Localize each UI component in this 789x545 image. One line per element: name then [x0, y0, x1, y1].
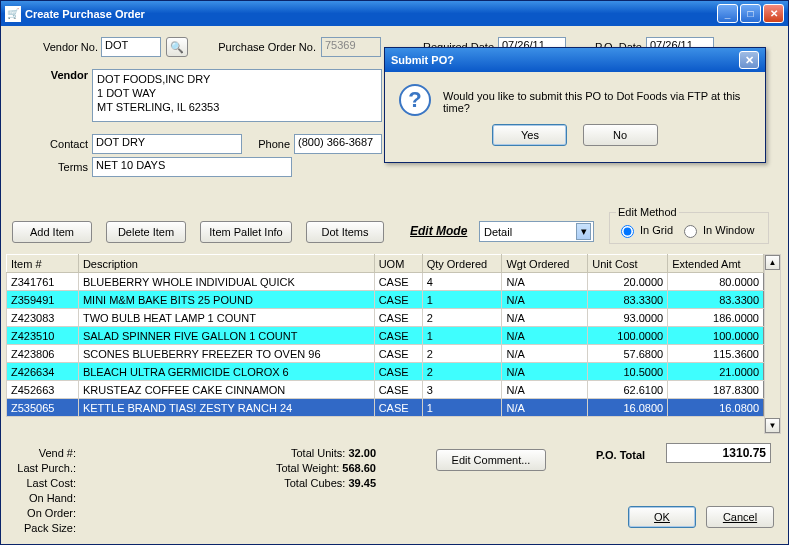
grid-cell[interactable]: KETTLE BRAND TIAS! ZESTY RANCH 24 [78, 399, 374, 417]
grid-cell[interactable]: Z452663 [7, 381, 79, 399]
radio-in-window[interactable] [684, 225, 697, 238]
grid-cell[interactable]: CASE [374, 309, 422, 327]
table-row[interactable]: Z426634BLEACH ULTRA GERMICIDE CLOROX 6CA… [7, 363, 764, 381]
table-row[interactable]: Z535065KETTLE BRAND TIAS! ZESTY RANCH 24… [7, 399, 764, 417]
grid-cell[interactable]: N/A [502, 363, 588, 381]
grid-cell[interactable]: BLUEBERRY WHOLE INDIVIDUAL QUICK [78, 273, 374, 291]
item-pallet-info-button[interactable]: Item Pallet Info [200, 221, 292, 243]
grid-cell[interactable]: 16.0800 [588, 399, 668, 417]
grid-cell[interactable]: N/A [502, 309, 588, 327]
grid-cell[interactable]: N/A [502, 327, 588, 345]
grid-cell[interactable]: BLEACH ULTRA GERMICIDE CLOROX 6 [78, 363, 374, 381]
grid-cell[interactable]: N/A [502, 273, 588, 291]
grid-column-header[interactable]: Wgt Ordered [502, 255, 588, 273]
items-grid[interactable]: Item #DescriptionUOMQty OrderedWgt Order… [6, 254, 764, 417]
close-button[interactable]: ✕ [763, 4, 784, 23]
grid-column-header[interactable]: UOM [374, 255, 422, 273]
grid-cell[interactable]: CASE [374, 273, 422, 291]
grid-cell[interactable]: N/A [502, 399, 588, 417]
grid-cell[interactable]: N/A [502, 381, 588, 399]
ok-button[interactable]: OK [628, 506, 696, 528]
contact-input[interactable]: DOT DRY [92, 134, 242, 154]
grid-cell[interactable]: 100.0000 [588, 327, 668, 345]
maximize-button[interactable]: □ [740, 4, 761, 23]
grid-cell[interactable]: 1 [422, 399, 502, 417]
minimize-button[interactable]: _ [717, 4, 738, 23]
grid-cell[interactable]: 93.0000 [588, 309, 668, 327]
grid-cell[interactable]: Z341761 [7, 273, 79, 291]
grid-cell[interactable]: Z423510 [7, 327, 79, 345]
table-row[interactable]: Z341761BLUEBERRY WHOLE INDIVIDUAL QUICKC… [7, 273, 764, 291]
radio-in-grid[interactable] [621, 225, 634, 238]
grid-cell[interactable]: 10.5000 [588, 363, 668, 381]
dot-items-button[interactable]: Dot Items [306, 221, 384, 243]
scroll-up-button[interactable]: ▲ [765, 255, 780, 270]
cancel-button[interactable]: Cancel [706, 506, 774, 528]
vendor-lookup-button[interactable]: 🔍 [166, 37, 188, 57]
grid-column-header[interactable]: Extended Amt [668, 255, 764, 273]
table-row[interactable]: Z452663KRUSTEAZ COFFEE CAKE CINNAMONCASE… [7, 381, 764, 399]
grid-scrollbar[interactable]: ▲ ▼ [764, 254, 781, 434]
table-row[interactable]: Z423510SALAD SPINNER FIVE GALLON 1 COUNT… [7, 327, 764, 345]
grid-cell[interactable]: Z426634 [7, 363, 79, 381]
grid-cell[interactable]: Z535065 [7, 399, 79, 417]
grid-cell[interactable]: 16.0800 [668, 399, 764, 417]
grid-cell[interactable]: TWO BULB HEAT LAMP 1 COUNT [78, 309, 374, 327]
dialog-close-button[interactable]: ✕ [739, 51, 759, 69]
grid-cell[interactable]: 115.3600 [668, 345, 764, 363]
grid-cell[interactable]: CASE [374, 399, 422, 417]
grid-column-header[interactable]: Qty Ordered [422, 255, 502, 273]
delete-item-button[interactable]: Delete Item [106, 221, 186, 243]
pack-size-label: Pack Size: [24, 522, 76, 534]
phone-input[interactable]: (800) 366-3687 [294, 134, 382, 154]
grid-cell[interactable]: SALAD SPINNER FIVE GALLON 1 COUNT [78, 327, 374, 345]
grid-cell[interactable]: 21.0000 [668, 363, 764, 381]
grid-column-header[interactable]: Item # [7, 255, 79, 273]
grid-cell[interactable]: 4 [422, 273, 502, 291]
grid-cell[interactable]: 187.8300 [668, 381, 764, 399]
grid-cell[interactable]: 1 [422, 291, 502, 309]
grid-cell[interactable]: SCONES BLUEBERRY FREEZER TO OVEN 96 [78, 345, 374, 363]
grid-cell[interactable]: 2 [422, 345, 502, 363]
grid-cell[interactable]: CASE [374, 381, 422, 399]
grid-cell[interactable]: MINI M&M BAKE BITS 25 POUND [78, 291, 374, 309]
grid-cell[interactable]: 20.0000 [588, 273, 668, 291]
titlebar[interactable]: 🛒 Create Purchase Order _ □ ✕ [1, 1, 788, 26]
grid-cell[interactable]: N/A [502, 291, 588, 309]
grid-cell[interactable]: 80.0000 [668, 273, 764, 291]
edit-mode-select[interactable]: Detail ▾ [479, 221, 594, 242]
grid-cell[interactable]: 1 [422, 327, 502, 345]
grid-cell[interactable]: 83.3300 [588, 291, 668, 309]
grid-cell[interactable]: CASE [374, 363, 422, 381]
grid-cell[interactable]: N/A [502, 345, 588, 363]
dialog-no-button[interactable]: No [583, 124, 658, 146]
grid-cell[interactable]: CASE [374, 345, 422, 363]
dialog-yes-button[interactable]: Yes [492, 124, 567, 146]
table-row[interactable]: Z423806SCONES BLUEBERRY FREEZER TO OVEN … [7, 345, 764, 363]
grid-cell[interactable]: 3 [422, 381, 502, 399]
grid-cell[interactable]: Z423083 [7, 309, 79, 327]
vendor-no-input[interactable]: DOT [101, 37, 161, 57]
table-row[interactable]: Z359491MINI M&M BAKE BITS 25 POUNDCASE1N… [7, 291, 764, 309]
grid-cell[interactable]: Z423806 [7, 345, 79, 363]
grid-cell[interactable]: CASE [374, 291, 422, 309]
grid-column-header[interactable]: Unit Cost [588, 255, 668, 273]
grid-cell[interactable]: 57.6800 [588, 345, 668, 363]
grid-cell[interactable]: Z359491 [7, 291, 79, 309]
grid-cell[interactable]: 186.0000 [668, 309, 764, 327]
grid-cell[interactable]: 62.6100 [588, 381, 668, 399]
grid-cell[interactable]: 2 [422, 363, 502, 381]
terms-input[interactable]: NET 10 DAYS [92, 157, 292, 177]
edit-comment-button[interactable]: Edit Comment... [436, 449, 546, 471]
scroll-down-button[interactable]: ▼ [765, 418, 780, 433]
grid-column-header[interactable]: Description [78, 255, 374, 273]
edit-method-in-grid[interactable]: In Grid [616, 222, 673, 238]
edit-method-in-window[interactable]: In Window [679, 222, 754, 238]
grid-cell[interactable]: CASE [374, 327, 422, 345]
grid-cell[interactable]: 100.0000 [668, 327, 764, 345]
grid-cell[interactable]: 83.3300 [668, 291, 764, 309]
grid-cell[interactable]: 2 [422, 309, 502, 327]
table-row[interactable]: Z423083TWO BULB HEAT LAMP 1 COUNTCASE2N/… [7, 309, 764, 327]
add-item-button[interactable]: Add Item [12, 221, 92, 243]
grid-cell[interactable]: KRUSTEAZ COFFEE CAKE CINNAMON [78, 381, 374, 399]
